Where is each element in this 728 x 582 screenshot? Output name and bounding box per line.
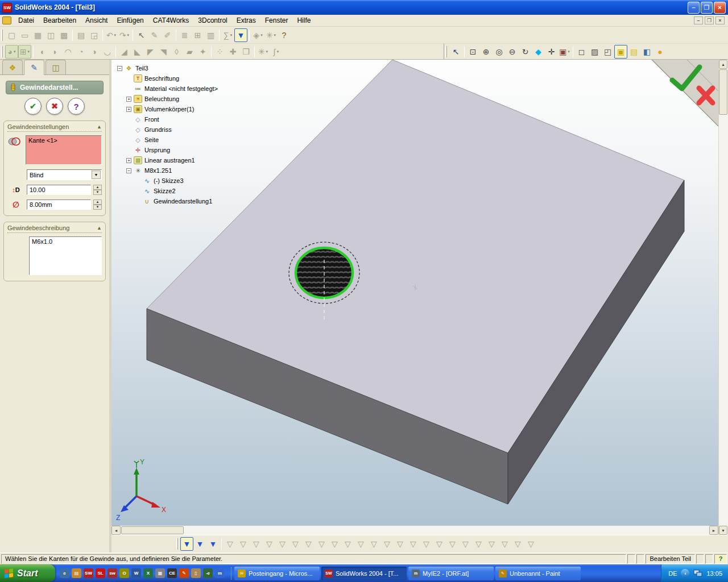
dropdown-arrow-icon[interactable]: ▾ [266,49,268,54]
zoom-in-button[interactable]: ⊕ [479,45,493,59]
clear-all-filters-button[interactable]: ▼ [193,537,206,551]
tray-chevron-button[interactable]: ‹ [681,569,689,577]
scroll-right-button[interactable]: ► [709,526,718,535]
toolbar-grip[interactable] [445,46,447,57]
revolve-feature-button[interactable]: ◖ [35,45,48,59]
filter-axes-button[interactable]: ▽ [263,537,276,551]
menu-hilfe[interactable]: Hilfe [292,15,315,26]
toolbar-grip[interactable] [1,30,3,41]
cancel-button[interactable]: ✖ [46,98,63,115]
filter-lights-button[interactable]: ▽ [524,537,537,551]
make-assembly-button[interactable]: ▩ [57,28,71,42]
mirror-feature-button[interactable]: ✦ [196,45,209,59]
diameter-input[interactable]: 8.00mm [27,199,91,210]
reference-geometry-flyout-button[interactable]: ∫▾ [270,45,283,59]
new-document-button[interactable]: ▢ [5,28,18,42]
fillet-feature-button[interactable]: ◢ [118,45,131,59]
sketch-button[interactable]: ✎ [148,28,161,42]
filter-blocks-button[interactable]: ▽ [459,537,472,551]
view-orientation-button[interactable]: ▣▾ [558,45,571,59]
rotate-view-button[interactable]: ↻ [519,45,532,59]
tree-item-material-nicht-festgelegt-[interactable]: ≔Material <nicht festgelegt> [117,84,305,94]
menu-bearbeiten[interactable]: Bearbeiten [39,15,81,26]
filter-surfaces-button[interactable]: ▽ [237,537,250,551]
scroll-left-button[interactable]: ◄ [111,526,121,535]
edge-selection-box[interactable]: Kante <1> [26,135,102,165]
vertical-scrollbar[interactable]: ▲ ▼ [718,60,728,535]
open-document-button[interactable]: ▭ [18,28,31,42]
tree-item-skizze2[interactable]: ∿Skizze2 [117,186,305,196]
e-tool-icon[interactable]: -e [203,568,213,578]
horizontal-scroll-thumb[interactable] [121,526,184,534]
mirror-pattern-button[interactable]: ❒ [239,45,253,59]
scroll-up-button[interactable]: ▲ [719,60,727,69]
depth-input[interactable]: 10.00 [27,185,91,195]
dropdown-arrow-icon[interactable]: ▾ [127,33,130,38]
solidworks-viewer-icon[interactable]: sw [107,568,117,578]
thread-description-listbox[interactable]: M6x1.0 [29,236,102,275]
task-button-paint[interactable]: ✎Unbenannt - Paint [495,567,581,580]
network-icon[interactable] [693,569,702,577]
design-table-button[interactable]: ≣ [178,28,191,42]
tree-item-front[interactable]: ◇Front [117,114,305,124]
filter-balloons-button[interactable]: ▽ [446,537,459,551]
hole-wizard-button[interactable]: ▰ [183,45,196,59]
section-view-button[interactable]: ◧ [640,45,653,59]
rib-feature-button[interactable]: ◤ [144,45,157,59]
rebuild-button[interactable]: ✳▾ [264,28,278,42]
pattern-flyout-button[interactable]: ⊞▾ [18,45,31,59]
dome-feature-button[interactable]: ◔ [75,45,88,59]
deform-feature-button[interactable]: ◡ [101,45,114,59]
sweep-feature-button[interactable]: ◗ [48,45,61,59]
calculator-icon[interactable]: ▦ [155,568,165,578]
filter-solid-bodies-button[interactable]: ▽ [250,537,263,551]
toolbar-grip[interactable] [1,46,3,57]
toolbar-grip[interactable] [176,538,178,550]
tree-item--skizze3[interactable]: ∿(-) Skizze3 [117,176,305,186]
dropdown-arrow-icon[interactable]: ▼ [92,171,101,179]
start-button[interactable]: Start [0,564,55,582]
language-indicator[interactable]: DE [668,570,677,577]
eraser-button[interactable]: ◈▾ [251,28,264,42]
tab-propertymanager[interactable]: ✎ [24,60,44,75]
collapse-icon[interactable]: − [126,168,131,173]
tree-item-beschriftung[interactable]: TBeschriftung [117,73,305,84]
chamfer-feature-button[interactable]: ◣ [131,45,144,59]
maxthon-icon[interactable]: m [215,568,225,578]
filter-origins-button[interactable]: ▽ [289,537,302,551]
horizontal-scrollbar[interactable]: ◄ ► [111,526,718,535]
menu-ansicht[interactable]: Ansicht [81,15,112,26]
sl-app-icon[interactable]: SL [96,568,105,578]
paint-app-icon[interactable]: ✎ [179,568,189,578]
zoom-to-fit-button[interactable]: ⊡ [466,45,479,59]
menu-einfügen[interactable]: Einfügen [112,15,148,26]
filter-routing-points-button[interactable]: ▽ [485,537,498,551]
filter-sketch-segments-button[interactable]: ▽ [328,537,341,551]
menu-cat4works[interactable]: CAT4Works [148,15,194,26]
selection-filter-toggle-button[interactable]: ▼ [234,28,247,42]
filter-annotations-button[interactable]: ▽ [367,537,380,551]
task-button-outlook[interactable]: ✉Posteingang - Micros... [234,567,320,580]
print-button[interactable]: ▤ [75,28,88,42]
tree-item-seite[interactable]: ◇Seite [117,135,305,145]
quick-tips-help-button[interactable]: ? [714,554,727,564]
wireframe-button[interactable]: ◻ [575,45,588,59]
minimize-button[interactable]: – [688,2,700,14]
menu-datei[interactable]: Datei [14,15,39,26]
hidden-lines-visible-button[interactable]: ▨ [588,45,601,59]
zoom-to-area-button[interactable]: ◎ [493,45,506,59]
dropdown-arrow-icon[interactable]: ▾ [260,33,263,38]
child-restore-button[interactable]: ❐ [705,16,714,24]
ce-app-icon[interactable]: CE [167,568,177,578]
circular-pattern-button[interactable]: ✚ [226,45,239,59]
expand-icon[interactable]: + [126,158,131,163]
dropdown-arrow-icon[interactable]: ▾ [274,33,276,38]
bricks-button[interactable]: ▥ [204,28,217,42]
task-button-solidworks[interactable]: SWSolidWorks 2004 - [T... [321,567,407,580]
clock[interactable]: 13:05 [706,570,722,577]
tab-configurationmanager[interactable]: ◫ [46,60,66,74]
draft-feature-button[interactable]: ◊ [170,45,183,59]
help-button[interactable]: ? [278,28,291,42]
zoom-out-button[interactable]: ⊖ [506,45,519,59]
clock-app-icon[interactable]: O [119,568,129,578]
